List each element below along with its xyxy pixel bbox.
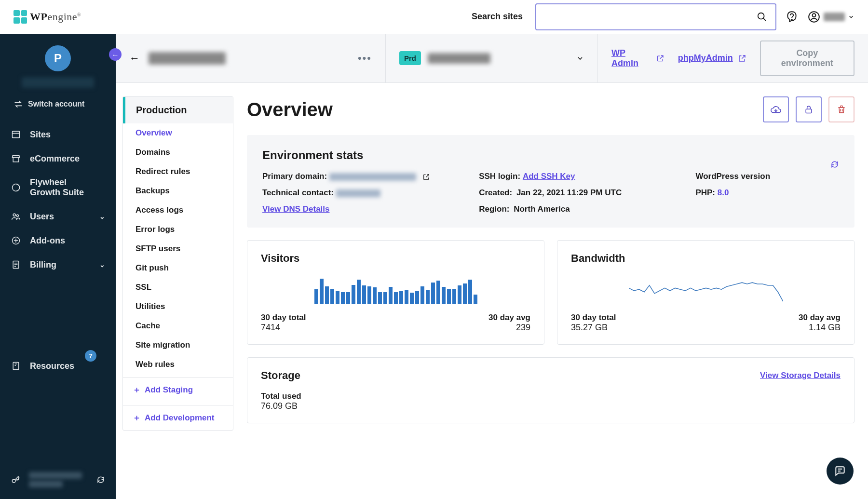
search-box[interactable] — [535, 3, 776, 30]
subnav-item-site-migration[interactable]: Site migration — [123, 336, 233, 355]
storage-title: Storage — [261, 369, 300, 382]
sidebar-item-label: Sites — [30, 130, 51, 140]
chat-fab[interactable] — [827, 458, 854, 485]
switch-account[interactable]: Switch account — [0, 94, 116, 114]
created-value: Jan 22, 2021 11:29 PM UTC — [516, 188, 622, 197]
subnav-heading: Production — [123, 97, 233, 123]
subnav-item-ssl[interactable]: SSL — [123, 278, 233, 297]
add-development-label: Add Development — [145, 413, 215, 423]
back-button[interactable]: ← — [129, 52, 140, 65]
collapse-sidebar-button[interactable]: ← — [109, 48, 122, 61]
environment-stats-card: Environment stats Primary domain: SSH lo… — [247, 135, 854, 228]
subnav-item-access-logs[interactable]: Access logs — [123, 201, 233, 220]
svg-point-0 — [758, 13, 764, 19]
delete-button[interactable] — [828, 96, 854, 122]
sidebar-item-sites[interactable]: Sites — [0, 122, 116, 147]
svg-point-8 — [13, 214, 15, 216]
download-backup-button[interactable] — [763, 96, 789, 122]
search-icon[interactable] — [755, 10, 769, 24]
copy-environment-button[interactable]: Copy environment — [760, 40, 854, 76]
search-input[interactable] — [543, 13, 755, 21]
subnav-item-sftp-users[interactable]: SFTP users — [123, 239, 233, 258]
sidebar: ← P Switch account Sites eCommerce Flywh… — [0, 34, 116, 499]
wp-admin-label: WP Admin — [611, 48, 651, 68]
visitors-bar-chart — [314, 277, 477, 304]
subnav-item-error-logs[interactable]: Error logs — [123, 220, 233, 239]
subnav-item-redirect-rules[interactable]: Redirect rules — [123, 162, 233, 181]
logo-mark-icon — [14, 10, 27, 24]
wp-version-label: WordPress version — [695, 172, 770, 181]
open-domain-icon[interactable] — [422, 173, 430, 181]
external-link-icon — [738, 54, 746, 63]
subnav-item-backups[interactable]: Backups — [123, 181, 233, 201]
sidebar-item-billing[interactable]: Billing ⌄ — [0, 253, 116, 277]
support-pin[interactable] — [11, 472, 105, 487]
user-menu[interactable] — [807, 10, 854, 24]
refresh-stats-icon[interactable] — [830, 160, 839, 169]
environment-stats-title: Environment stats — [262, 148, 839, 162]
svg-rect-5 — [13, 131, 20, 137]
sidebar-item-ecommerce[interactable]: eCommerce — [0, 147, 116, 171]
storage-total-value: 76.09 GB — [261, 401, 841, 411]
logo[interactable]: WPengine® — [14, 10, 81, 24]
subnav-item-utilities[interactable]: Utilities — [123, 297, 233, 316]
subnav-item-cache[interactable]: Cache — [123, 316, 233, 336]
created-label: Created: — [479, 188, 512, 197]
svg-rect-19 — [806, 109, 812, 113]
sidebar-item-users[interactable]: Users ⌄ — [0, 204, 116, 229]
subnav-item-overview[interactable]: Overview — [123, 123, 233, 143]
book-icon — [11, 361, 21, 371]
add-ssh-key-link[interactable]: Add SSH Key — [523, 172, 575, 181]
sidebar-item-addons[interactable]: Add-ons — [0, 229, 116, 253]
window-icon — [11, 129, 21, 140]
phpmyadmin-link[interactable]: phpMyAdmin — [678, 53, 746, 63]
add-development-button[interactable]: ＋Add Development — [123, 405, 233, 430]
sidebar-item-resources[interactable]: 7 Resources — [0, 354, 116, 378]
view-storage-details-link[interactable]: View Storage Details — [760, 371, 841, 380]
chevron-down-icon — [848, 13, 854, 20]
sidebar-item-flywheel[interactable]: Flywheel Growth Suite — [0, 171, 116, 204]
sidebar-item-label: eCommerce — [30, 154, 80, 164]
php-version-link[interactable]: 8.0 — [718, 188, 729, 197]
refresh-pin-icon[interactable] — [96, 475, 105, 484]
site-name — [149, 52, 226, 65]
bandwidth-total-label: 30 day total — [571, 313, 616, 323]
technical-contact-value — [336, 189, 380, 197]
bandwidth-avg-label: 30 day avg — [799, 313, 841, 323]
user-icon — [807, 10, 821, 24]
chevron-down-icon — [576, 54, 584, 62]
plus-icon: ＋ — [133, 412, 141, 423]
sidebar-item-label: Flywheel Growth Suite — [30, 177, 84, 198]
svg-point-18 — [12, 479, 15, 483]
subnav-item-git-push[interactable]: Git push — [123, 258, 233, 278]
resources-badge: 7 — [85, 350, 96, 362]
account-name — [22, 77, 94, 88]
lock-button[interactable] — [796, 96, 822, 122]
subnav-item-domains[interactable]: Domains — [123, 143, 233, 162]
search-label: Search sites — [472, 12, 523, 22]
visitors-total-value: 7414 — [261, 323, 306, 333]
env-name — [428, 53, 490, 64]
site-more-menu[interactable]: ••• — [358, 52, 372, 65]
region-value: North America — [514, 204, 570, 214]
account-avatar[interactable]: P — [45, 45, 71, 71]
help-icon[interactable] — [785, 10, 799, 24]
visitors-total-label: 30 day total — [261, 313, 306, 323]
environment-selector[interactable]: Prd — [386, 34, 598, 82]
switch-account-label: Switch account — [28, 100, 84, 108]
primary-domain-value — [329, 173, 416, 181]
user-name — [824, 13, 845, 21]
bandwidth-total-value: 35.27 GB — [571, 323, 616, 333]
bandwidth-card: Bandwidth 30 day total35.27 GB 30 day av… — [557, 240, 854, 345]
sidebar-item-label: Billing — [30, 260, 56, 270]
chevron-down-icon: ⌄ — [99, 213, 105, 220]
store-icon — [11, 153, 21, 164]
svg-rect-17 — [13, 363, 19, 370]
subnav-item-web-rules[interactable]: Web rules — [123, 355, 233, 374]
view-dns-details-link[interactable]: View DNS Details — [262, 204, 330, 214]
topbar: WPengine® Search sites — [0, 0, 868, 34]
wp-admin-link[interactable]: WP Admin — [611, 48, 665, 68]
svg-point-4 — [813, 13, 816, 17]
add-staging-button[interactable]: ＋Add Staging — [123, 378, 233, 402]
region-label: Region: — [479, 204, 509, 214]
